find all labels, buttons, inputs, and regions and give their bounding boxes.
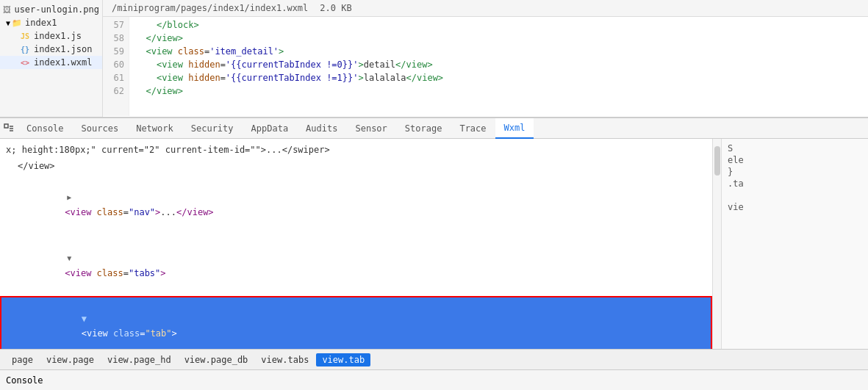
code-line-61: <view hidden='{{currentTabIndex !=1}}'>l… [129, 71, 868, 84]
file-icon-png: 🖼 [3, 5, 11, 15]
code-file-header: /miniprogram/pages/index1/index1.wxml 2.… [103, 0, 868, 17]
wxml-line-3[interactable]: ▶ <view class="nav">...</view> [0, 174, 712, 235]
wxml-line-5[interactable]: ▼ <view class="tab"> [0, 296, 712, 349]
file-size: 2.0 KB [320, 3, 351, 13]
collapse-arrow-nav[interactable]: ▶ [65, 190, 73, 205]
code-line-60: <view hidden='{{currentTabIndex !=0}}'>d… [129, 58, 868, 71]
folder-arrow: ▼ [6, 19, 10, 27]
file-tree-item-index1-json[interactable]: {} index1.json [0, 43, 102, 56]
right-panel-line-4: .ta [728, 178, 862, 189]
file-icon-json: {} [21, 46, 29, 54]
breadcrumb-view-page-db[interactable]: view.page_db [179, 353, 254, 366]
code-line-58: </view> [129, 32, 868, 45]
breadcrumb-view-page-hd[interactable]: view.page_hd [101, 353, 177, 366]
right-panel-line-3: } [728, 167, 862, 177]
breadcrumb-page[interactable]: page [6, 353, 39, 366]
file-label-wxml: index1.wxml [34, 57, 92, 68]
wxml-panel[interactable]: x; height:180px;" current="2" current-it… [0, 139, 712, 349]
file-icon-js: JS [21, 32, 29, 40]
devtools-content: x; height:180px;" current="2" current-it… [0, 139, 868, 349]
wxml-scrollbar[interactable] [712, 139, 721, 349]
tab-wxml[interactable]: Wxml [495, 118, 534, 139]
tab-storage[interactable]: Storage [396, 118, 451, 139]
file-tree: 🖼 user-unlogin.png ▼ 📁 index1 JS index1.… [0, 0, 103, 117]
code-line-59: <view class='item_detail'> [129, 45, 868, 58]
code-content: 57 58 59 60 61 62 </block> </view> <view… [103, 17, 868, 116]
tab-security[interactable]: Security [182, 118, 243, 139]
file-tree-item-user-unlogin[interactable]: 🖼 user-unlogin.png [0, 3, 102, 16]
wxml-line-1[interactable]: x; height:180px;" current="2" current-it… [0, 142, 712, 158]
breadcrumb-bar: page view.page view.page_hd view.page_db… [0, 349, 868, 369]
inspect-icon[interactable] [3, 123, 15, 134]
line-numbers: 57 58 59 60 61 62 [103, 17, 129, 116]
breadcrumb-view-page[interactable]: view.page [40, 353, 100, 366]
code-editor: /miniprogram/pages/index1/index1.wxml 2.… [103, 0, 868, 117]
file-path: /miniprogram/pages/index1/index1.wxml [112, 3, 308, 13]
tab-audits[interactable]: Audits [297, 118, 346, 139]
folder-icon: 📁 [12, 18, 22, 28]
scrollbar-thumb[interactable] [714, 146, 720, 176]
breadcrumb-view-tabs[interactable]: view.tabs [255, 353, 315, 366]
collapse-arrow-tabs[interactable]: ▼ [65, 251, 73, 266]
code-line-62: </view> [129, 84, 868, 98]
file-tree-item-index1-wxml[interactable]: <> index1.wxml [0, 56, 102, 69]
wxml-line-2[interactable]: </view> [0, 158, 712, 174]
right-panel-line-5 [728, 190, 862, 201]
breadcrumb-view-tab[interactable]: view.tab [316, 353, 370, 366]
top-area: 🖼 user-unlogin.png ▼ 📁 index1 JS index1.… [0, 0, 868, 118]
tab-console[interactable]: Console [18, 118, 73, 139]
selected-block-container: ▼ <view class="tab"> <view bindtap="onTa… [0, 296, 712, 349]
file-icon-wxml: <> [21, 59, 29, 67]
file-tree-item-index1-folder[interactable]: ▼ 📁 index1 [0, 16, 102, 29]
devtools-tabs: Console Sources Network Security AppData… [0, 118, 868, 139]
file-label-js: index1.js [34, 31, 82, 41]
file-label-user-unlogin: user-unlogin.png [14, 4, 99, 15]
right-panel-line-1: S [728, 143, 862, 154]
file-label-json: index1.json [34, 44, 92, 54]
tab-appdata[interactable]: AppData [243, 118, 298, 139]
wxml-line-4[interactable]: ▼ <view class="tabs"> [0, 235, 712, 296]
console-label[interactable]: Console [6, 375, 43, 386]
code-line-57: </block> [129, 18, 868, 32]
right-panel-line-6: vie [728, 202, 862, 212]
right-panel-line-2: ele [728, 155, 862, 165]
svg-rect-0 [4, 124, 8, 128]
console-bar: Console [0, 369, 868, 390]
app-container: 🖼 user-unlogin.png ▼ 📁 index1 JS index1.… [0, 0, 868, 390]
right-panel: S ele } .ta vie [721, 139, 868, 349]
file-label-index1: index1 [25, 18, 57, 28]
tab-network[interactable]: Network [127, 118, 182, 139]
tab-sources[interactable]: Sources [73, 118, 128, 139]
tab-trace[interactable]: Trace [451, 118, 495, 139]
file-tree-item-index1-js[interactable]: JS index1.js [0, 29, 102, 43]
devtools-panel: Console Sources Network Security AppData… [0, 118, 868, 369]
code-lines: </block> </view> <view class='item_detai… [129, 17, 868, 116]
tab-sensor[interactable]: Sensor [346, 118, 395, 139]
